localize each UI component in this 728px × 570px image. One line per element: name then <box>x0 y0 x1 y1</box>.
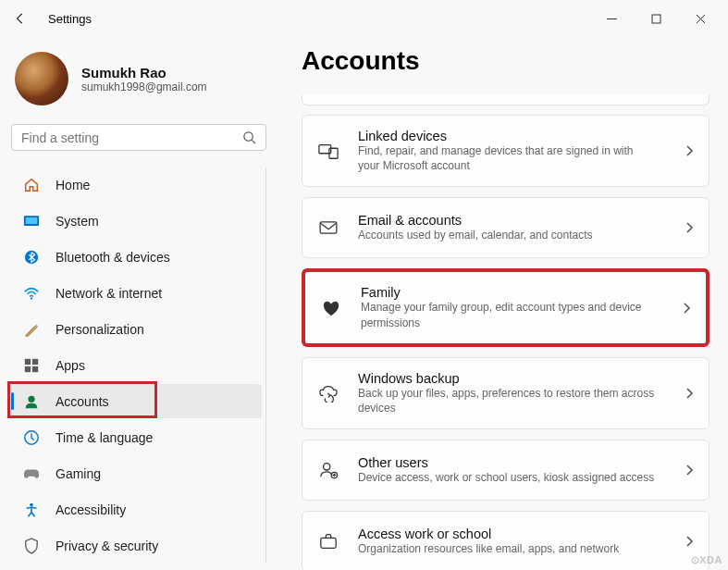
sidebar-item-label: Time & language <box>56 430 153 445</box>
svg-rect-3 <box>26 217 38 223</box>
chevron-right-icon <box>685 535 694 548</box>
search-box[interactable] <box>11 124 266 151</box>
card-other-users[interactable]: Other users Device access, work or schoo… <box>302 440 709 501</box>
card-linked-devices[interactable]: Linked devices Find, repair, and manage … <box>302 115 709 187</box>
svg-point-5 <box>31 297 32 299</box>
sidebar-item-privacy[interactable]: Privacy & security <box>11 528 262 563</box>
home-icon <box>22 176 41 194</box>
back-button[interactable] <box>7 6 33 31</box>
email-icon <box>317 217 339 239</box>
maximize-icon <box>651 14 661 24</box>
gaming-icon <box>22 465 41 483</box>
backup-icon <box>317 382 339 404</box>
svg-point-10 <box>28 395 34 402</box>
work-school-icon <box>317 530 339 552</box>
sidebar-item-bluetooth[interactable]: Bluetooth & devices <box>11 240 262 274</box>
accounts-icon <box>22 392 41 411</box>
card-description: Organization resources like email, apps,… <box>358 541 667 556</box>
sidebar-item-gaming[interactable]: Gaming <box>11 456 262 490</box>
back-arrow-icon <box>14 12 27 25</box>
close-icon <box>696 14 706 24</box>
sidebar-item-label: Personalization <box>56 322 144 337</box>
chevron-right-icon <box>683 302 691 315</box>
family-icon <box>320 297 342 319</box>
card-email-accounts[interactable]: Email & accounts Accounts used by email,… <box>302 197 709 258</box>
card-windows-backup[interactable]: Windows backup Back up your files, apps,… <box>302 357 709 429</box>
network-icon <box>22 284 41 303</box>
svg-point-16 <box>324 464 330 470</box>
card-description: Accounts used by email, calendar, and co… <box>358 228 667 242</box>
sidebar-item-home[interactable]: Home <box>11 167 262 202</box>
avatar <box>15 52 68 105</box>
search-input[interactable] <box>21 130 242 145</box>
svg-rect-15 <box>320 222 337 233</box>
svg-rect-7 <box>32 358 38 364</box>
page-title: Accounts <box>302 46 709 76</box>
svg-rect-9 <box>32 366 38 371</box>
sidebar-item-label: Gaming <box>56 466 101 481</box>
titlebar: Settings <box>0 0 728 37</box>
card-title: Other users <box>358 455 667 470</box>
chevron-right-icon <box>685 221 694 234</box>
accessibility-icon <box>22 501 41 519</box>
privacy-icon <box>22 537 41 555</box>
card-title: Email & accounts <box>358 213 667 228</box>
svg-rect-0 <box>652 15 660 23</box>
card-title: Family <box>361 285 664 300</box>
chevron-right-icon <box>685 144 694 157</box>
card-title: Linked devices <box>358 129 667 143</box>
sidebar-item-label: Home <box>56 178 90 192</box>
sidebar-item-label: Accessibility <box>56 502 126 517</box>
sidebar-item-label: Apps <box>56 358 85 373</box>
chevron-right-icon <box>685 387 694 400</box>
svg-rect-18 <box>321 538 336 548</box>
minimize-icon <box>607 14 617 24</box>
card-work-school[interactable]: Access work or school Organization resou… <box>302 511 709 570</box>
card-description: Device access, work or school users, kio… <box>358 470 667 485</box>
system-icon <box>22 212 41 230</box>
card-description: Manage your family group, edit account t… <box>361 300 664 329</box>
other-users-icon <box>317 459 339 481</box>
window-controls <box>591 5 721 32</box>
close-button[interactable] <box>680 5 721 32</box>
maximize-button[interactable] <box>635 5 676 32</box>
profile-email: sumukh1998@gmail.com <box>81 81 207 93</box>
sidebar-item-label: Bluetooth & devices <box>56 250 170 265</box>
sidebar: Sumukh Rao sumukh1998@gmail.com Home Sys… <box>0 37 278 570</box>
minimize-button[interactable] <box>591 5 632 32</box>
sidebar-item-accounts[interactable]: Accounts <box>11 384 262 418</box>
search-icon <box>242 130 256 144</box>
time-icon <box>22 428 41 447</box>
bluetooth-icon <box>22 248 41 266</box>
card-description: Find, repair, and manage devices that ar… <box>358 143 667 173</box>
sidebar-item-label: Accounts <box>56 394 109 409</box>
card-partial-top <box>302 94 709 105</box>
profile-section[interactable]: Sumukh Rao sumukh1998@gmail.com <box>11 44 266 118</box>
sidebar-item-apps[interactable]: Apps <box>11 348 262 382</box>
nav-list: Home System Bluetooth & devices Network … <box>11 167 266 563</box>
personalization-icon <box>22 320 41 339</box>
sidebar-item-time[interactable]: Time & language <box>11 420 262 454</box>
chevron-right-icon <box>685 464 694 477</box>
sidebar-item-network[interactable]: Network & internet <box>11 276 262 310</box>
apps-icon <box>22 356 41 375</box>
sidebar-item-system[interactable]: System <box>11 204 262 238</box>
card-title: Access work or school <box>358 527 667 541</box>
svg-rect-6 <box>25 358 31 364</box>
card-description: Back up your files, apps, preferences to… <box>358 386 667 415</box>
main-panel: Accounts Linked devices Find, repair, an… <box>278 37 728 570</box>
card-title: Windows backup <box>358 371 667 386</box>
sidebar-item-personalization[interactable]: Personalization <box>11 312 262 346</box>
profile-name: Sumukh Rao <box>81 65 207 81</box>
svg-rect-8 <box>25 366 31 371</box>
svg-point-12 <box>30 502 33 506</box>
linked-devices-icon <box>317 140 339 162</box>
window-title: Settings <box>48 12 92 26</box>
card-family[interactable]: Family Manage your family group, edit ac… <box>302 268 709 346</box>
sidebar-item-accessibility[interactable]: Accessibility <box>11 492 262 527</box>
sidebar-item-label: Privacy & security <box>56 539 158 553</box>
sidebar-item-label: Network & internet <box>56 286 162 301</box>
sidebar-item-label: System <box>56 214 99 229</box>
svg-point-1 <box>244 132 253 141</box>
